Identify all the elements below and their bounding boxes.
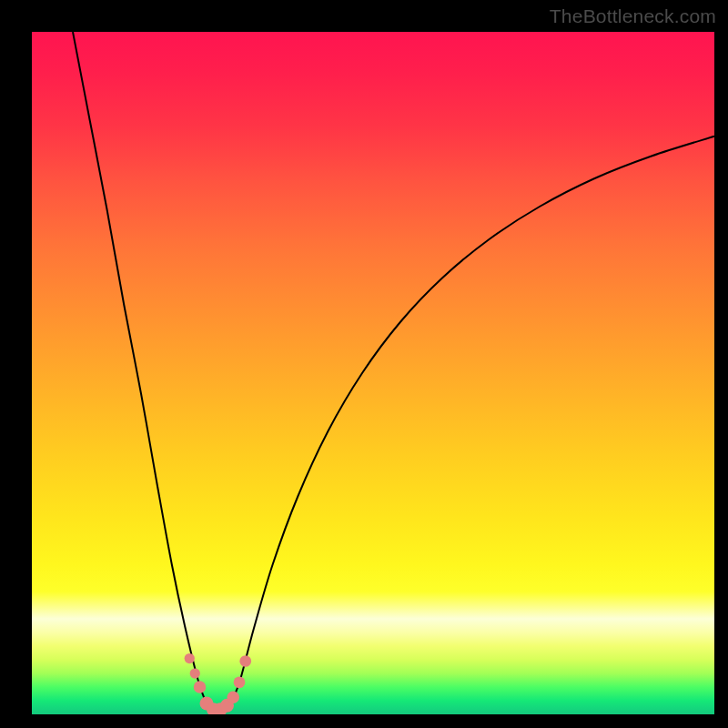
bottleneck-curve <box>73 32 714 711</box>
marker-dot <box>228 692 240 704</box>
marker-dot <box>190 668 200 678</box>
marker-dot <box>234 676 246 688</box>
curve-minimum-markers <box>185 653 252 714</box>
marker-dot <box>239 655 251 667</box>
plot-area <box>32 32 714 714</box>
marker-dot <box>194 681 207 693</box>
chart-frame: TheBottleneck.com <box>0 0 728 728</box>
marker-dot <box>185 653 195 663</box>
curve-layer <box>32 32 714 714</box>
watermark-text: TheBottleneck.com <box>550 5 716 27</box>
